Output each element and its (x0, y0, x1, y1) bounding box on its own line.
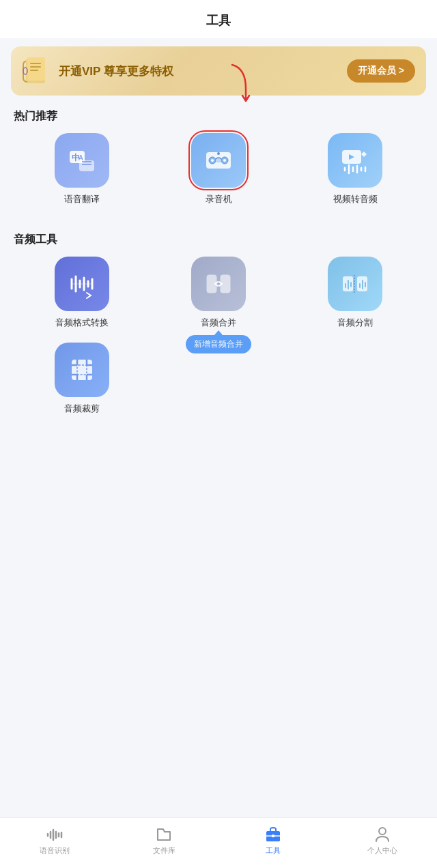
svg-point-65 (379, 828, 386, 835)
recorder-icon (202, 144, 235, 177)
tool-format-label: 音频格式转换 (55, 317, 109, 329)
vip-open-button[interactable]: 开通会员 > (347, 59, 415, 83)
nav-speech[interactable]: 语音识别 (34, 825, 75, 856)
tool-translate[interactable]: 中 A 语音翻译 (14, 133, 150, 205)
audio-tools-grid: 音频格式转换 音频合并 新增音频合并 (0, 257, 437, 429)
speech-nav-icon (46, 825, 64, 843)
tool-split-label: 音频分割 (337, 317, 373, 329)
tool-video2audio[interactable]: 视频转音频 (287, 133, 423, 205)
tools-nav-icon (264, 825, 282, 843)
cut-icon (66, 354, 98, 386)
nav-profile-label: 个人中心 (367, 845, 397, 856)
tool-translate-icon-wrap: 中 A (55, 133, 109, 188)
svg-rect-4 (30, 70, 38, 71)
svg-rect-2 (30, 63, 41, 64)
tool-merge-icon-wrap (191, 257, 246, 311)
svg-rect-3 (30, 66, 41, 68)
merge-icon (203, 268, 234, 300)
tool-merge[interactable]: 音频合并 新增音频合并 (150, 257, 287, 329)
vip-text: 开通VIP 尊享更多特权 (59, 63, 173, 79)
tool-cut[interactable]: 音频裁剪 (14, 343, 150, 415)
tool-recorder[interactable]: 录音机 (150, 133, 287, 205)
page-title: 工具 (206, 14, 231, 27)
section-title-hot: 热门推荐 (14, 109, 423, 124)
tool-recorder-icon-wrap (191, 133, 246, 188)
svg-point-18 (217, 152, 220, 155)
nav-profile[interactable]: 个人中心 (362, 825, 403, 856)
tool-merge-label: 音频合并 (201, 317, 236, 329)
video2audio-icon (339, 145, 371, 176)
files-nav-icon (155, 825, 173, 843)
tool-split-icon-wrap (328, 257, 382, 311)
svg-rect-64 (272, 835, 274, 837)
merge-tooltip-badge: 新增音频合并 (186, 335, 251, 353)
svg-point-14 (211, 159, 214, 162)
red-arrow-indicator (212, 61, 253, 109)
tool-split[interactable]: 音频分割 (287, 257, 423, 329)
hot-tools-grid: 中 A 语音翻译 录音机 (0, 133, 437, 219)
tool-format-icon-wrap (55, 257, 109, 311)
nav-speech-label: 语音识别 (40, 845, 70, 856)
format-icon (66, 268, 98, 300)
svg-point-16 (223, 159, 226, 162)
tool-cut-icon-wrap (55, 343, 109, 397)
nav-tools-label: 工具 (266, 845, 281, 856)
vip-paper-icon (22, 56, 52, 86)
tool-recorder-label: 录音机 (206, 193, 232, 205)
tool-translate-label: 语音翻译 (64, 193, 100, 205)
tool-video2audio-icon-wrap (328, 133, 382, 188)
tool-cut-label: 音频裁剪 (64, 403, 100, 415)
translate-icon: 中 A (67, 145, 97, 175)
nav-files-label: 文件库 (153, 845, 175, 856)
svg-rect-1 (27, 57, 45, 81)
split-icon (339, 268, 371, 300)
section-title-audio: 音频工具 (14, 233, 423, 247)
svg-rect-45 (72, 360, 92, 380)
vip-banner-left: 开通VIP 尊享更多特权 (22, 56, 173, 86)
bottom-nav: 语音识别 文件库 工具 个人中心 (0, 818, 437, 868)
nav-files[interactable]: 文件库 (143, 825, 184, 856)
profile-nav-icon (373, 825, 391, 843)
tool-format[interactable]: 音频格式转换 (14, 257, 150, 329)
tool-video2audio-label: 视频转音频 (333, 193, 378, 205)
page-header: 工具 (0, 0, 437, 38)
nav-tools[interactable]: 工具 (253, 825, 294, 856)
